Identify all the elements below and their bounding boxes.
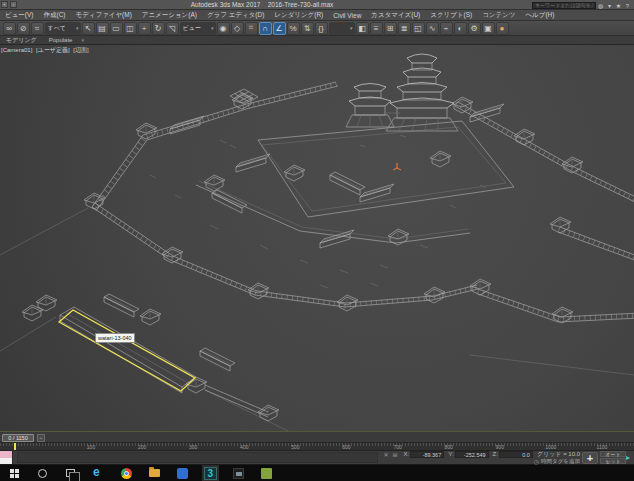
menu-item[interactable]: レンダリング(R) — [269, 11, 328, 20]
named-selection-dropdown[interactable] — [329, 22, 355, 35]
menu-item[interactable]: スクリプト(S) — [425, 11, 477, 20]
help-icon[interactable]: ? — [623, 3, 632, 9]
camera-viewport[interactable]: [Camera01] [ユーザ定義] [辺面] — [0, 45, 634, 431]
select-object-icon[interactable]: ↖ — [82, 22, 95, 35]
toggle-layer-explorer-icon[interactable]: ≣ — [398, 22, 411, 35]
start-button[interactable] — [0, 465, 28, 481]
time-tag-label[interactable]: 時間タグを追加 — [541, 458, 580, 465]
task-view-button[interactable] — [56, 465, 84, 481]
viewport-pov-label[interactable]: [ユーザ定義] — [36, 47, 70, 53]
main-keep — [346, 54, 504, 131]
listener-script-row[interactable] — [0, 458, 12, 465]
photos-app-icon[interactable] — [224, 465, 252, 481]
time-tag-icon: ◷ — [534, 458, 539, 465]
selection-filter-dropdown[interactable]: すべて — [45, 22, 81, 35]
rendered-frame-icon[interactable]: ▣ — [482, 22, 495, 35]
transform-gizmo-icon[interactable] — [393, 163, 401, 170]
frame-tick-label: 1100 — [590, 444, 614, 450]
ribbon-tab-populate[interactable]: Populate — [43, 37, 79, 43]
ribbon-tab-modeling[interactable]: モデリング — [0, 36, 43, 45]
time-slider-step-button[interactable]: ‹› — [37, 434, 45, 442]
menu-item[interactable]: カスタマイズ(U) — [366, 11, 425, 20]
select-and-manipulate-icon[interactable]: ◇ — [231, 22, 244, 35]
menu-bar: ビュー(V)作成(C)モディファイヤ(M)アニメーション(A)グラフ エディタ(… — [0, 10, 634, 21]
menu-item[interactable]: Civil View — [328, 12, 366, 19]
infocenter-search-input[interactable] — [532, 2, 596, 9]
viewport-shading-label[interactable]: [辺面] — [73, 47, 88, 53]
render-production-icon[interactable]: ● — [496, 22, 509, 35]
viewport-camera-label[interactable]: [Camera01] — [1, 47, 32, 53]
schematic-view-icon[interactable]: ⌁ — [440, 22, 453, 35]
menu-item[interactable]: コンテンツ — [477, 11, 520, 20]
z-coordinate-field[interactable]: 0.0 — [499, 451, 533, 458]
transform-type-in: ✕ ⊞ X: -89.367 Y: -252.549 Z: 0.0 グリッド =… — [382, 451, 581, 464]
play-animation-icon[interactable]: ▸ — [626, 451, 634, 464]
edge-browser-icon[interactable] — [84, 465, 112, 481]
absolute-mode-icon[interactable]: ⊞ — [393, 451, 398, 458]
unlink-selection-icon[interactable]: ⊘ — [17, 22, 30, 35]
curve-editor-icon[interactable]: ∿ — [426, 22, 439, 35]
mirror-icon[interactable]: ◧ — [356, 22, 369, 35]
time-slider-handle[interactable]: 0 / 1150 — [2, 434, 34, 442]
select-by-name-icon[interactable]: ▤ — [96, 22, 109, 35]
select-and-rotate-icon[interactable]: ↻ — [152, 22, 165, 35]
app-icon-blue[interactable] — [168, 465, 196, 481]
sign-in-icon[interactable]: ▾ — [605, 2, 614, 9]
menu-item[interactable]: 作成(C) — [38, 11, 70, 20]
select-and-link-icon[interactable]: ∞ — [3, 22, 16, 35]
infocenter: ◍▾★? — [532, 1, 632, 9]
spinner-snap-icon[interactable]: ⇅ — [301, 22, 314, 35]
time-slider-track[interactable]: 0 / 1150 ‹› — [0, 431, 634, 443]
edit-named-selection-sets-icon[interactable]: {} — [315, 22, 328, 35]
y-label: Y: — [448, 451, 453, 457]
select-and-scale-icon[interactable]: ◹ — [166, 22, 179, 35]
selected-object-outline[interactable] — [59, 310, 195, 391]
maxscript-mini-listener[interactable] — [0, 451, 13, 464]
auto-key-button[interactable]: オート — [600, 451, 626, 457]
x-coordinate-field[interactable]: -89.367 — [410, 451, 444, 458]
graphite-ribbon-icon[interactable]: ◱ — [412, 22, 425, 35]
bind-to-space-warp-icon[interactable]: ≈ — [31, 22, 44, 35]
percent-snap-icon[interactable]: % — [287, 22, 300, 35]
y-coordinate-field[interactable]: -252.549 — [455, 451, 489, 458]
selection-region-icon[interactable]: ▭ — [110, 22, 123, 35]
3ds-max-taskbar-icon-active[interactable] — [196, 465, 224, 481]
current-frame-marker[interactable] — [14, 443, 16, 450]
cortana-search-button[interactable] — [28, 465, 56, 481]
window-crossing-icon[interactable]: ◫ — [124, 22, 137, 35]
frame-tick-label: 300 — [181, 444, 205, 450]
snaps-toggle-icon[interactable]: ∩ — [259, 22, 272, 35]
ribbon-minimize-chevron-icon[interactable]: ▾ — [78, 37, 87, 43]
render-setup-icon[interactable]: ⚙ — [468, 22, 481, 35]
app-icon-green[interactable] — [252, 465, 280, 481]
reference-coordinate-dropdown[interactable]: ビュー — [180, 22, 216, 35]
communication-center-icon[interactable]: ◍ — [596, 2, 605, 9]
windows-taskbar — [0, 465, 634, 481]
angle-snap-icon[interactable]: ∠ — [273, 22, 286, 35]
material-editor-icon[interactable]: ◐ — [454, 22, 467, 35]
file-explorer-icon[interactable] — [140, 465, 168, 481]
frame-tick-label: 500 — [283, 444, 307, 450]
menu-item[interactable]: グラフ エディタ(D) — [202, 11, 269, 20]
chrome-browser-icon[interactable] — [112, 465, 140, 481]
keyboard-shortcut-override-icon[interactable]: ⌗ — [245, 22, 258, 35]
isolate-selection-icon[interactable]: ✕ — [384, 451, 389, 458]
menu-item[interactable]: ヘルプ(H) — [520, 11, 559, 20]
track-bar-labels: 10020030040050060070080090010001100 — [79, 444, 614, 450]
main-toolbar: ∞⊘≈すべて↖▤▭◫+↻◹ビュー◉◇⌗∩∠%⇅{}◧≡⊞≣◱∿⌁◐⚙▣● — [0, 21, 634, 36]
set-key-mode-button[interactable]: セット — [600, 458, 626, 464]
frame-tick-label: 100 — [79, 444, 103, 450]
menu-item[interactable]: ビュー(V) — [0, 11, 38, 20]
frame-tick-label: 200 — [130, 444, 154, 450]
set-key-button[interactable]: + — [582, 452, 598, 464]
menu-item[interactable]: モディファイヤ(M) — [71, 11, 137, 20]
select-and-move-icon[interactable]: + — [138, 22, 151, 35]
favorites-icon[interactable]: ★ — [614, 2, 623, 9]
infocenter-icons: ◍▾★? — [596, 2, 632, 9]
toggle-scene-explorer-icon[interactable]: ⊞ — [384, 22, 397, 35]
frame-tick-label: 400 — [232, 444, 256, 450]
align-icon[interactable]: ≡ — [370, 22, 383, 35]
use-pivot-center-icon[interactable]: ◉ — [217, 22, 230, 35]
menu-item[interactable]: アニメーション(A) — [137, 11, 202, 20]
viewport-label[interactable]: [Camera01] [ユーザ定義] [辺面] — [1, 46, 91, 55]
